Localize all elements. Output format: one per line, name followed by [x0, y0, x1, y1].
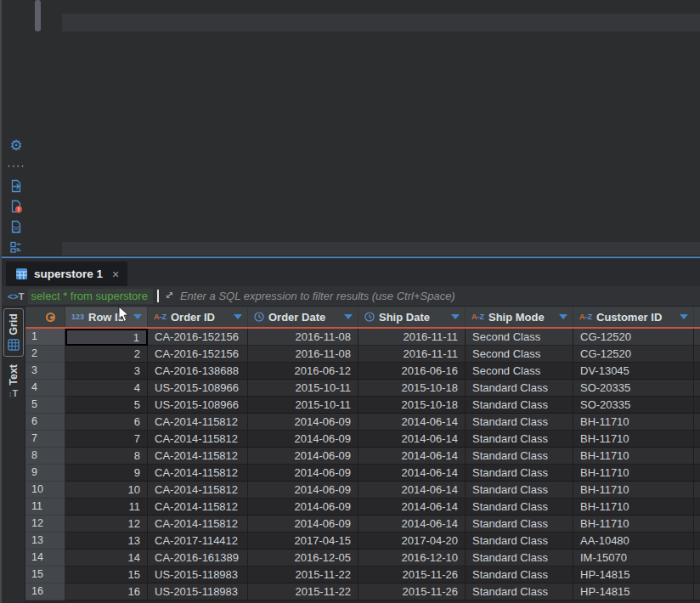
grid-cell[interactable]: 4: [65, 380, 148, 397]
grid-cell[interactable]: SO-20335: [573, 380, 694, 397]
grid-cell[interactable]: Standard Class: [466, 533, 573, 549]
grid-cell[interactable]: US-2015-108966: [148, 397, 248, 414]
grid-cell[interactable]: BH-11710: [573, 414, 694, 431]
grid-cell[interactable]: BH-11710: [573, 516, 694, 533]
column-header-customer-id[interactable]: A-ZCustomer ID: [573, 307, 694, 327]
row-number[interactable]: 16: [25, 583, 65, 600]
row-number[interactable]: 11: [25, 499, 65, 516]
grid-cell[interactable]: CA-2017-114412: [148, 533, 248, 549]
grid-cell[interactable]: CA-2014-115812: [148, 465, 248, 482]
grid-cell[interactable]: 2016-12-05: [248, 549, 358, 566]
grid-cell[interactable]: 2016-11-08: [248, 329, 358, 346]
row-number[interactable]: 15: [25, 566, 65, 583]
grid-cell[interactable]: B: [694, 482, 700, 499]
grid-cell[interactable]: 2014-06-14: [358, 499, 466, 516]
grid-cell[interactable]: 2017-04-20: [358, 533, 466, 549]
column-header-order-date[interactable]: Order Date: [248, 307, 358, 327]
grid-cell[interactable]: US-2015-118983: [148, 566, 248, 583]
grid-cell[interactable]: CA-2014-115812: [148, 516, 248, 533]
row-number[interactable]: 4: [25, 380, 65, 397]
grid-cell[interactable]: Standard Class: [466, 380, 573, 397]
column-header-ship-mode[interactable]: A-ZShip Mode: [466, 307, 573, 327]
grid-cell[interactable]: 1: [65, 329, 148, 346]
grid-cell[interactable]: AA-10480: [573, 533, 694, 549]
file-export-icon[interactable]: [8, 178, 24, 194]
grid-cell[interactable]: B: [694, 448, 700, 465]
grid-cell[interactable]: 2014-06-14: [358, 482, 466, 499]
grid-cell[interactable]: 8: [65, 448, 148, 465]
grid-cell[interactable]: 2016-06-12: [248, 363, 358, 380]
grid-cell[interactable]: 2014-06-14: [358, 431, 466, 448]
grid-cell[interactable]: 6: [65, 414, 148, 431]
grid-cell[interactable]: 5: [65, 397, 148, 414]
grid-cell[interactable]: 2014-06-09: [248, 414, 358, 431]
grid-cell[interactable]: A: [694, 533, 700, 549]
grid-cell[interactable]: HP-14815: [573, 566, 694, 583]
column-header-partial[interactable]: A-Z: [694, 307, 700, 327]
grid-cell[interactable]: 3: [65, 363, 148, 380]
grid-cell[interactable]: 16: [65, 583, 148, 600]
row-number[interactable]: 7: [25, 431, 65, 448]
grid-cell[interactable]: CA-2016-138688: [148, 363, 248, 380]
grid-cell[interactable]: DV-13045: [573, 363, 694, 380]
grid-cell[interactable]: 13: [65, 533, 148, 549]
grid-cell[interactable]: BH-11710: [573, 448, 694, 465]
sort-dropdown-icon[interactable]: [559, 314, 567, 319]
grid-cell[interactable]: 2015-11-22: [248, 583, 358, 600]
grid-cell[interactable]: CA-2014-115812: [148, 448, 248, 465]
grid-cell[interactable]: 9: [65, 465, 148, 482]
grid-cell[interactable]: CA-2014-115812: [148, 414, 248, 431]
file-error-icon[interactable]: !: [8, 199, 24, 214]
sort-dropdown-icon[interactable]: [451, 314, 460, 319]
column-header-order-id[interactable]: A-ZOrder ID: [148, 307, 248, 327]
grid-cell[interactable]: Standard Class: [466, 448, 573, 465]
grid-cell[interactable]: B: [694, 465, 700, 482]
row-number[interactable]: 12: [25, 516, 65, 533]
grid-cell[interactable]: CA-2016-152156: [148, 346, 248, 363]
editor-scrollbar-thumb[interactable]: [35, 0, 41, 31]
column-header-ship-date[interactable]: Ship Date: [358, 307, 466, 327]
overflow-dots-icon[interactable]: ····: [8, 158, 24, 173]
grid-cell[interactable]: C: [694, 329, 700, 346]
select-all-corner[interactable]: [25, 307, 65, 327]
grid-cell[interactable]: Standard Class: [466, 499, 573, 516]
grid-cell[interactable]: Standard Class: [466, 431, 573, 448]
grid-cell[interactable]: H: [694, 583, 700, 600]
results-tab-superstore[interactable]: superstore 1 ×: [6, 262, 127, 286]
grid-cell[interactable]: 2: [65, 346, 148, 363]
grid-cell[interactable]: US-2015-118983: [148, 583, 248, 600]
grid-cell[interactable]: 2017-04-15: [248, 533, 358, 549]
row-number[interactable]: 1: [25, 329, 65, 346]
grid-cell[interactable]: 2016-11-08: [248, 346, 358, 363]
grid-cell[interactable]: 2014-06-09: [248, 448, 358, 465]
grid-cell[interactable]: CA-2016-152156: [148, 329, 248, 346]
row-number[interactable]: 8: [25, 448, 65, 465]
grid-cell[interactable]: 14: [65, 549, 148, 566]
grid-cell[interactable]: 2016-12-10: [358, 549, 466, 566]
grid-cell[interactable]: 2015-11-26: [358, 583, 466, 600]
grid-cell[interactable]: C: [694, 346, 700, 363]
result-data-grid[interactable]: 123Row IDA-ZOrder IDOrder DateShip DateA…: [25, 307, 700, 603]
row-number[interactable]: 9: [25, 465, 65, 482]
sort-dropdown-icon[interactable]: [344, 314, 353, 319]
row-number[interactable]: 10: [25, 482, 65, 499]
row-number[interactable]: 14: [25, 549, 65, 566]
grid-cell[interactable]: B: [694, 414, 700, 431]
grid-cell[interactable]: D: [694, 363, 700, 380]
grid-cell[interactable]: 2014-06-09: [248, 499, 358, 516]
grid-cell[interactable]: 2014-06-14: [358, 516, 466, 533]
grid-cell[interactable]: 2014-06-09: [248, 465, 358, 482]
grid-cell[interactable]: B: [694, 431, 700, 448]
row-number[interactable]: 6: [25, 414, 65, 431]
grid-cell[interactable]: 15: [65, 566, 148, 583]
row-number[interactable]: 2: [25, 346, 65, 363]
grid-cell[interactable]: Second Class: [466, 363, 573, 380]
sort-dropdown-icon[interactable]: [133, 314, 142, 319]
grid-cell[interactable]: 2015-11-26: [358, 566, 466, 583]
grid-cell[interactable]: CA-2014-115812: [148, 499, 248, 516]
row-number[interactable]: 13: [25, 533, 65, 549]
grid-cell[interactable]: 2016-11-11: [358, 329, 466, 346]
grid-cell[interactable]: 12: [65, 516, 148, 533]
grid-cell[interactable]: 2014-06-09: [248, 431, 358, 448]
row-number[interactable]: 5: [25, 397, 65, 414]
